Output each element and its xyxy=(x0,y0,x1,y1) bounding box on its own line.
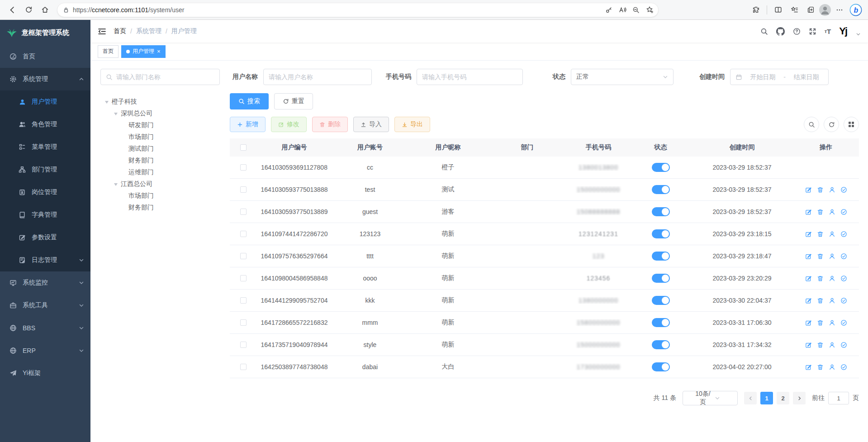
trash-icon[interactable] xyxy=(817,364,824,371)
github-icon[interactable] xyxy=(776,27,785,36)
export-button[interactable]: 导出 xyxy=(394,117,430,132)
status-toggle-on[interactable] xyxy=(652,274,670,283)
add-button[interactable]: 新增 xyxy=(230,117,266,132)
status-toggle-on[interactable] xyxy=(652,340,670,349)
sidebar-item-post-management[interactable]: 岗位管理 xyxy=(0,181,90,204)
status-toggle-on[interactable] xyxy=(652,207,670,216)
date-end-field[interactable] xyxy=(789,73,823,81)
status-select[interactable]: 正常 xyxy=(571,69,674,85)
reset-password-icon[interactable] xyxy=(829,253,835,260)
assign-role-icon[interactable] xyxy=(840,297,847,304)
refresh-icon[interactable] xyxy=(21,2,36,18)
username-field[interactable] xyxy=(269,73,366,81)
trash-icon[interactable] xyxy=(817,231,824,238)
assign-role-icon[interactable] xyxy=(840,231,847,238)
assign-role-icon[interactable] xyxy=(840,342,847,348)
page-size-select[interactable]: 10条/页 xyxy=(683,391,738,405)
caret-down-icon[interactable] xyxy=(114,113,118,117)
prev-page-icon[interactable] xyxy=(744,392,757,404)
status-toggle-on[interactable] xyxy=(652,185,670,194)
sidebar-item-home[interactable]: 首页 xyxy=(0,45,90,68)
edit-icon[interactable] xyxy=(805,297,812,304)
reset-password-icon[interactable] xyxy=(829,275,835,282)
fullscreen-icon[interactable] xyxy=(809,28,816,35)
caret-down-icon[interactable] xyxy=(114,183,118,188)
edit-icon[interactable] xyxy=(805,186,812,193)
page-button-1[interactable]: 1 xyxy=(760,392,773,404)
home-icon[interactable] xyxy=(37,2,52,18)
tree-node[interactable]: 研发部门 xyxy=(100,119,220,131)
tree-node[interactable]: 深圳总公司 xyxy=(100,108,220,119)
assign-role-icon[interactable] xyxy=(840,319,847,326)
breadcrumb-system[interactable]: 系统管理 xyxy=(136,27,161,35)
tree-node[interactable]: 市场部门 xyxy=(100,131,220,143)
sidebar-item-log-management[interactable]: 日志管理 xyxy=(0,249,90,271)
sidebar-item-dict-management[interactable]: 字典管理 xyxy=(0,204,90,226)
row-checkbox[interactable] xyxy=(240,275,247,281)
assign-role-icon[interactable] xyxy=(840,275,847,282)
tree-node[interactable]: 测试部门 xyxy=(100,143,220,155)
app-logo[interactable]: 意框架管理系统 xyxy=(0,20,90,45)
collapse-sidebar-icon[interactable] xyxy=(98,28,106,35)
table-search-icon[interactable] xyxy=(804,117,819,132)
reset-password-icon[interactable] xyxy=(829,364,835,371)
sidebar-item-dept-management[interactable]: 部门管理 xyxy=(0,158,90,181)
favorites-list-icon[interactable] xyxy=(787,2,802,18)
close-tab-icon[interactable]: × xyxy=(157,48,161,54)
sidebar-item-system-monitor[interactable]: 系统监控 xyxy=(0,271,90,294)
profile-avatar[interactable] xyxy=(819,4,831,16)
reset-password-icon[interactable] xyxy=(829,319,835,326)
reset-password-icon[interactable] xyxy=(829,209,835,215)
reset-password-icon[interactable] xyxy=(829,231,835,238)
address-bar[interactable]: https://ccnetcore.com:1101/system/user xyxy=(57,3,659,17)
tree-node[interactable]: 江西总公司 xyxy=(100,178,220,190)
status-toggle-on[interactable] xyxy=(652,252,670,261)
row-checkbox[interactable] xyxy=(240,342,247,348)
sidebar-item-system-management[interactable]: 系统管理 xyxy=(0,68,90,90)
back-icon[interactable] xyxy=(5,2,20,18)
breadcrumb-home[interactable]: 首页 xyxy=(114,27,126,35)
tree-node[interactable]: 市场部门 xyxy=(100,190,220,202)
edit-button[interactable]: 修改 xyxy=(271,117,307,132)
edit-icon[interactable] xyxy=(805,342,812,348)
caret-down-icon[interactable] xyxy=(105,101,109,105)
row-checkbox[interactable] xyxy=(240,319,247,326)
read-aloud-icon[interactable] xyxy=(616,3,629,17)
edit-icon[interactable] xyxy=(805,275,812,282)
zoom-out-icon[interactable] xyxy=(629,3,643,17)
sidebar-item-role-management[interactable]: 角色管理 xyxy=(0,113,90,136)
extensions-icon[interactable] xyxy=(748,2,764,18)
trash-icon[interactable] xyxy=(817,319,824,326)
reset-button[interactable]: 重置 xyxy=(274,93,313,109)
edit-icon[interactable] xyxy=(805,231,812,238)
trash-icon[interactable] xyxy=(817,253,824,260)
status-toggle-on[interactable] xyxy=(652,163,670,172)
trash-icon[interactable] xyxy=(817,275,824,282)
edit-icon[interactable] xyxy=(805,364,812,371)
tab-user-management[interactable]: 用户管理× xyxy=(121,45,166,58)
trash-icon[interactable] xyxy=(817,342,824,348)
search-button[interactable]: 搜索 xyxy=(230,93,269,109)
search-icon[interactable] xyxy=(760,28,768,35)
tab-home[interactable]: 首页 xyxy=(98,45,119,58)
column-settings-icon[interactable] xyxy=(844,117,859,132)
row-checkbox[interactable] xyxy=(240,209,247,215)
row-checkbox[interactable] xyxy=(240,253,247,259)
edit-icon[interactable] xyxy=(805,319,812,326)
add-favorite-icon[interactable] xyxy=(643,3,656,17)
tree-node[interactable]: 财务部门 xyxy=(100,202,220,214)
more-options-icon[interactable] xyxy=(832,2,847,18)
row-checkbox[interactable] xyxy=(240,364,247,370)
sidebar-item-user-management[interactable]: 用户管理 xyxy=(0,90,90,113)
trash-icon[interactable] xyxy=(817,297,824,304)
status-toggle-on[interactable] xyxy=(652,362,670,371)
tree-node[interactable]: 运维部门 xyxy=(100,166,220,178)
user-logo[interactable]: Yj xyxy=(839,26,847,36)
tree-node[interactable]: 财务部门 xyxy=(100,155,220,166)
help-icon[interactable] xyxy=(793,28,801,35)
breadcrumb-user[interactable]: 用户管理 xyxy=(171,27,197,35)
reset-password-icon[interactable] xyxy=(829,342,835,348)
split-screen-icon[interactable] xyxy=(770,2,786,18)
edit-icon[interactable] xyxy=(805,253,812,260)
sidebar-item-menu-management[interactable]: 菜单管理 xyxy=(0,136,90,158)
